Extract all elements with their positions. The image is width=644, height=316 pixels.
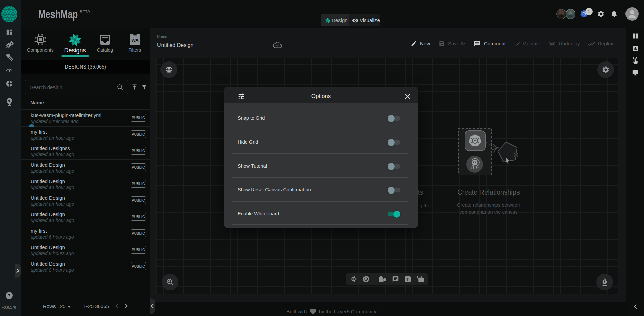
svg-text:WA: WA: [131, 38, 139, 43]
svg-text:?: ?: [8, 293, 11, 299]
